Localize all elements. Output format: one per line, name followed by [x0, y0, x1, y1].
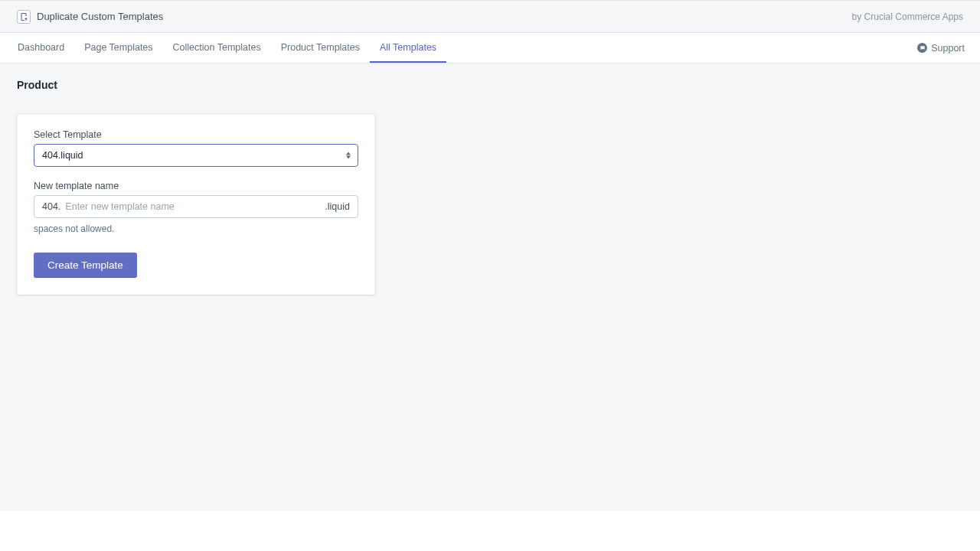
- select-template-dropdown[interactable]: 404.liquid: [34, 144, 358, 167]
- support-link[interactable]: Support: [917, 43, 972, 54]
- chat-icon: [917, 43, 927, 53]
- support-label: Support: [931, 43, 965, 54]
- tab-all-templates[interactable]: All Templates: [370, 33, 446, 63]
- name-suffix: .liquid: [320, 196, 358, 217]
- app-header: Duplicate Custom Templates by Crucial Co…: [0, 1, 980, 33]
- page-title: Product: [17, 79, 963, 91]
- name-prefix: 404.: [34, 196, 65, 217]
- new-template-name-input[interactable]: [65, 196, 320, 217]
- create-template-button[interactable]: Create Template: [34, 253, 137, 278]
- app-logo-icon: [17, 10, 31, 24]
- tab-dashboard[interactable]: Dashboard: [8, 33, 74, 63]
- tabbar: Dashboard Page Templates Collection Temp…: [0, 33, 980, 64]
- new-template-name-label: New template name: [34, 181, 358, 191]
- app-title: Duplicate Custom Templates: [37, 11, 163, 22]
- tab-product-templates[interactable]: Product Templates: [271, 33, 370, 63]
- helper-text: spaces not allowed.: [34, 223, 358, 234]
- select-template-label: Select Template: [34, 129, 358, 140]
- tab-collection-templates[interactable]: Collection Templates: [163, 33, 271, 63]
- create-template-card: Select Template 404.liquid New template …: [17, 114, 375, 295]
- app-byline: by Crucial Commerce Apps: [852, 11, 963, 22]
- new-template-name-field[interactable]: 404. .liquid: [34, 195, 358, 218]
- tab-page-templates[interactable]: Page Templates: [74, 33, 162, 63]
